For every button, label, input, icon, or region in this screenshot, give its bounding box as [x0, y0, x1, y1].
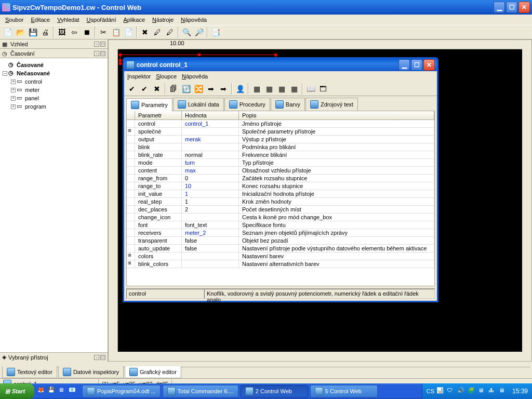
grid-row[interactable]: change_iconCesta k ikoně pro mód change_…	[127, 214, 434, 221]
grid-row[interactable]: contentmaxObsažnost vzhledu přístoje	[127, 167, 434, 175]
child-toolbar-button[interactable]: ✖	[151, 83, 163, 95]
grid-row[interactable]: init_value1Inicializační hodnota přístoj…	[127, 190, 434, 198]
menu-item[interactable]: Editace	[28, 16, 53, 24]
panel-vzhled[interactable]: ▦ Vzhled -□	[0, 39, 108, 49]
editor-tab[interactable]: Grafický editor	[125, 366, 181, 378]
system-tray[interactable]: CS 📊🛡🔊🧩🖥🖧🖥 15:39	[422, 383, 532, 399]
property-grid[interactable]: Parametr Hodnota Popis controlcontrol_1J…	[126, 111, 435, 286]
child-menu-item[interactable]: Nápověda	[182, 73, 208, 79]
menu-item[interactable]: Aplikace	[121, 16, 149, 24]
grid-row[interactable]: dec_places2Počet desetinných míst	[127, 206, 434, 214]
panel-btn[interactable]: -	[94, 42, 99, 47]
child-toolbar-button[interactable]: ➡	[218, 83, 229, 95]
tree-item[interactable]: +▭program	[3, 102, 105, 111]
scrollbar-vertical[interactable]	[522, 49, 531, 352]
col-hodnota[interactable]: Hodnota	[182, 111, 239, 119]
tree-item[interactable]: ◷Časované	[3, 61, 105, 69]
grid-row[interactable]: range_from0Začátek rozsahu stupnice	[127, 175, 434, 182]
child-tab[interactable]: Procedury	[224, 98, 270, 111]
taskbar-task[interactable]: 5 Control Web	[310, 385, 378, 397]
grid-row[interactable]: real_step1Krok změn hodnoty	[127, 198, 434, 206]
panel-casovani[interactable]: ◷ Časování -□	[0, 49, 108, 58]
grid-row[interactable]: range_to10Konec rozsahu stupnice	[127, 182, 434, 190]
toolbar-button[interactable]: ✖	[139, 26, 151, 38]
col-popis[interactable]: Popis	[239, 111, 434, 119]
col-parametr[interactable]: Parametr	[135, 111, 182, 119]
tree-item[interactable]: -◷Nečasované	[3, 69, 105, 77]
taskbar-task[interactable]: 2 Control Web	[241, 385, 308, 397]
child-toolbar-button[interactable]: 🗐	[168, 83, 179, 95]
toolbar-button[interactable]: ✂	[98, 26, 109, 38]
child-toolbar-button[interactable]: ▦	[288, 83, 300, 95]
editor-tab[interactable]: Textový editor	[2, 366, 57, 378]
toolbar-button[interactable]: 🖊	[164, 26, 176, 38]
toolbar-button[interactable]: 🔍	[181, 26, 192, 38]
child-toolbar-button[interactable]: ✔	[139, 83, 150, 95]
child-toolbar-button[interactable]: ▦	[263, 83, 275, 95]
tree-item[interactable]: +▭control	[3, 77, 105, 86]
child-close-button[interactable]	[423, 59, 435, 71]
tree-item[interactable]: +▭meter	[3, 86, 105, 94]
toolbar-button[interactable]: 📑	[210, 26, 221, 38]
grid-row[interactable]: modeturnTyp přístroje	[127, 159, 434, 167]
lang-indicator[interactable]: CS	[427, 388, 434, 394]
toolbar-button[interactable]: 🖨	[39, 26, 51, 38]
grid-row[interactable]: blinkPodmínka pro blikání	[127, 143, 434, 151]
child-menu-item[interactable]: Sloupce	[156, 73, 177, 79]
toolbar-button[interactable]: 📋	[110, 26, 122, 38]
menu-item[interactable]: Nástroje	[149, 16, 177, 24]
child-tab[interactable]: Lokální data	[173, 98, 224, 111]
toolbar-button[interactable]: 📄	[2, 26, 14, 38]
panel-btn[interactable]: -	[94, 355, 99, 360]
menu-item[interactable]: Vyhledat	[54, 16, 82, 24]
start-button[interactable]: ⊞ Start	[0, 383, 34, 399]
child-toolbar-button[interactable]: 🗔	[317, 83, 329, 95]
menu-item[interactable]: Soubor	[2, 16, 26, 24]
grid-row[interactable]: transparentfalseObjekt bez pozadí	[127, 237, 434, 245]
grid-row[interactable]: fontfont_textSpecifikace fontu	[127, 221, 434, 229]
child-toolbar-button[interactable]: ▦	[276, 83, 287, 95]
taskbar-task[interactable]: Total Commander 6....	[163, 385, 238, 397]
child-toolbar-button[interactable]: ➡	[205, 83, 217, 95]
child-tab[interactable]: Zdrojový text	[305, 98, 358, 111]
toolbar-button[interactable]: 🖼	[56, 26, 68, 38]
tree-view[interactable]: ◷Časované-◷Nečasované+▭control+▭meter+▭p…	[0, 58, 108, 352]
grid-row[interactable]: ⊞společnéSpolečné parametry přístroje	[127, 128, 434, 136]
child-tab[interactable]: Barvy	[271, 98, 305, 111]
close-button[interactable]	[518, 2, 530, 13]
panel-btn[interactable]: □	[100, 51, 105, 56]
child-titlebar[interactable]: control control_1	[124, 59, 437, 71]
quicklaunch[interactable]: 🦊💾🖥📧	[34, 387, 81, 396]
grid-row[interactable]: auto_updatefalseNastavení přístroje podl…	[127, 245, 434, 252]
minimize-button[interactable]	[494, 2, 505, 13]
maximize-button[interactable]	[506, 2, 517, 13]
panel-vybrany[interactable]: ◈ Vybraný přístroj -□	[0, 352, 108, 362]
toolbar-button[interactable]: 🖊	[152, 26, 163, 38]
panel-btn[interactable]: -	[94, 51, 99, 56]
child-maximize-button[interactable]	[411, 59, 422, 71]
grid-row[interactable]: receiversmeter_2Seznam jmen objektů přij…	[127, 229, 434, 237]
child-toolbar-button[interactable]: 👤	[234, 83, 246, 95]
editor-tab[interactable]: Datové inspektory	[58, 366, 124, 378]
child-menu-item[interactable]: Inspektor	[127, 73, 151, 79]
grid-row[interactable]: ⊞colorsNastavení barev	[127, 252, 434, 260]
child-toolbar-button[interactable]: 🔀	[193, 83, 204, 95]
grid-row[interactable]: ⊞blink_colorsNastavení alternativních ba…	[127, 260, 434, 268]
toolbar-button[interactable]: 🔎	[193, 26, 205, 38]
child-toolbar-button[interactable]: ✔	[126, 83, 138, 95]
toolbar-button[interactable]: 📂	[15, 26, 26, 38]
scrollbar-horizontal[interactable]	[118, 352, 522, 361]
child-minimize-button[interactable]	[398, 59, 410, 71]
taskbar-task[interactable]: PopisProgramů4.odt ...	[82, 385, 161, 397]
tree-item[interactable]: +▭panel	[3, 94, 105, 102]
child-tab[interactable]: Parametry	[126, 98, 172, 111]
toolbar-button[interactable]: 📄	[123, 26, 134, 38]
panel-btn[interactable]: □	[100, 355, 105, 360]
toolbar-button[interactable]: 💾	[27, 26, 38, 38]
child-toolbar-button[interactable]: 🔃	[180, 83, 192, 95]
child-toolbar-button[interactable]: ▦	[251, 83, 262, 95]
clock[interactable]: 15:39	[509, 388, 528, 395]
panel-btn[interactable]: □	[100, 42, 105, 47]
child-toolbar-button[interactable]: 📖	[305, 83, 316, 95]
grid-row[interactable]: blink_ratenormalFrekvence blikání	[127, 151, 434, 159]
